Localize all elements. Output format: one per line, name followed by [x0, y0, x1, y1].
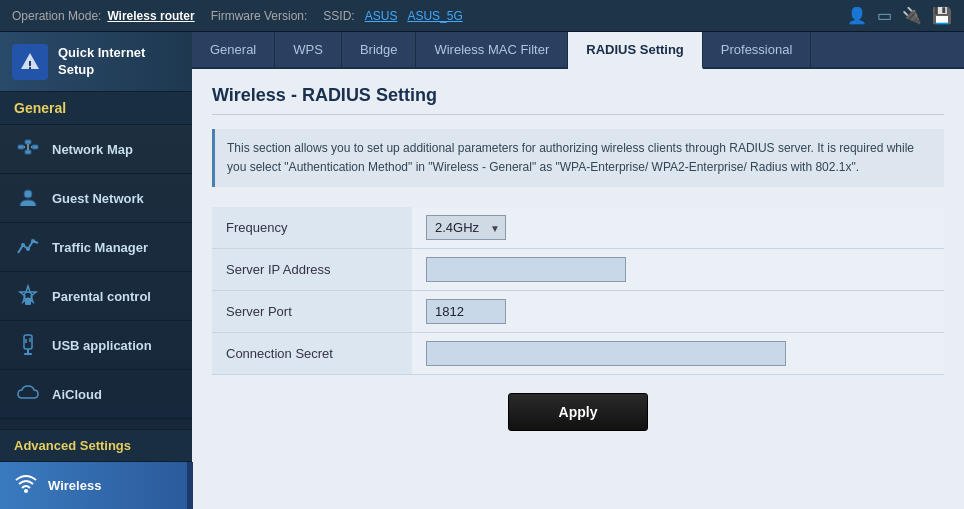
sidebar: Quick Internet Setup General Network Map	[0, 32, 192, 509]
sidebar-item-guest-network[interactable]: Guest Network	[0, 174, 192, 223]
svg-rect-5	[25, 150, 31, 154]
mode-label: Operation Mode:	[12, 9, 101, 23]
top-bar-icons: 👤 ▭ 🔌 💾	[847, 6, 952, 25]
sidebar-item-label: Guest Network	[52, 191, 144, 206]
frequency-label: Frequency	[212, 207, 412, 249]
server-port-label: Server Port	[212, 291, 412, 333]
tab-bar: General WPS Bridge Wireless MAC Filter R…	[192, 32, 964, 69]
svg-point-12	[31, 239, 35, 243]
content-area: Wireless - RADIUS Setting This section a…	[192, 69, 964, 509]
ssid-asus[interactable]: ASUS	[365, 9, 398, 23]
tab-wireless-mac-filter[interactable]: Wireless MAC Filter	[416, 32, 568, 67]
svg-rect-14	[25, 298, 31, 305]
sidebar-item-label: Traffic Manager	[52, 240, 148, 255]
svg-point-10	[21, 243, 25, 247]
sidebar-item-traffic-manager[interactable]: Traffic Manager	[0, 223, 192, 272]
top-bar: Operation Mode: Wireless router Firmware…	[0, 0, 964, 32]
svg-rect-17	[24, 353, 32, 355]
main-content: General WPS Bridge Wireless MAC Filter R…	[192, 32, 964, 509]
frequency-field: 2.4GHz 5GHz ▼	[412, 207, 944, 249]
sidebar-item-usb-application[interactable]: USB application	[0, 321, 192, 370]
parental-control-icon	[14, 282, 42, 310]
quick-internet-setup[interactable]: Quick Internet Setup	[0, 32, 192, 92]
connection-secret-label: Connection Secret	[212, 333, 412, 375]
user-icon[interactable]: 👤	[847, 6, 867, 25]
svg-rect-0	[29, 61, 31, 66]
advanced-settings-title: Advanced Settings	[0, 429, 192, 462]
svg-rect-16	[27, 349, 29, 353]
svg-point-20	[24, 489, 28, 493]
svg-rect-4	[32, 145, 38, 149]
ssid-5g[interactable]: ASUS_5G	[407, 9, 462, 23]
tab-professional[interactable]: Professional	[703, 32, 812, 67]
mode-value: Wireless router	[107, 9, 194, 23]
svg-rect-2	[18, 145, 24, 149]
svg-rect-15	[24, 335, 32, 349]
general-section-title: General	[0, 92, 192, 125]
connection-secret-field	[412, 333, 944, 375]
description-text: This section allows you to set up additi…	[212, 129, 944, 187]
server-ip-input[interactable]	[426, 257, 626, 282]
traffic-manager-icon	[14, 233, 42, 261]
settings-form: Frequency 2.4GHz 5GHz ▼ Server IP Addres…	[212, 207, 944, 375]
frequency-select[interactable]: 2.4GHz 5GHz	[426, 215, 506, 240]
quick-setup-label: Quick Internet Setup	[58, 45, 145, 79]
main-layout: Quick Internet Setup General Network Map	[0, 32, 964, 509]
aicloud-icon	[14, 380, 42, 408]
svg-point-11	[26, 247, 30, 251]
sidebar-item-label: Network Map	[52, 142, 133, 157]
server-port-field	[412, 291, 944, 333]
sidebar-item-label: Parental control	[52, 289, 151, 304]
guest-network-icon	[14, 184, 42, 212]
connection-secret-input[interactable]	[426, 341, 786, 366]
quick-setup-icon	[12, 44, 48, 80]
sidebar-item-network-map[interactable]: Network Map	[0, 125, 192, 174]
server-ip-label: Server IP Address	[212, 249, 412, 291]
frequency-row: Frequency 2.4GHz 5GHz ▼	[212, 207, 944, 249]
sidebar-item-parental-control[interactable]: Parental control	[0, 272, 192, 321]
usb-application-icon	[14, 331, 42, 359]
tab-wps[interactable]: WPS	[275, 32, 342, 67]
server-port-row: Server Port	[212, 291, 944, 333]
tab-radius-setting[interactable]: RADIUS Setting	[568, 32, 703, 69]
frequency-select-wrapper: 2.4GHz 5GHz ▼	[426, 215, 506, 240]
sidebar-item-aicloud[interactable]: AiCloud	[0, 370, 192, 419]
server-port-input[interactable]	[426, 299, 506, 324]
wireless-icon	[14, 472, 38, 499]
tab-general[interactable]: General	[192, 32, 275, 67]
usb-icon[interactable]: 🔌	[902, 6, 922, 25]
connection-secret-row: Connection Secret	[212, 333, 944, 375]
server-ip-row: Server IP Address	[212, 249, 944, 291]
sidebar-item-label: USB application	[52, 338, 152, 353]
save-icon[interactable]: 💾	[932, 6, 952, 25]
svg-point-9	[24, 190, 32, 198]
tab-bridge[interactable]: Bridge	[342, 32, 417, 67]
sidebar-item-label: AiCloud	[52, 387, 102, 402]
server-ip-field	[412, 249, 944, 291]
wireless-label: Wireless	[48, 478, 101, 493]
apply-row: Apply	[212, 393, 944, 431]
svg-rect-3	[25, 140, 31, 144]
network-map-icon	[14, 135, 42, 163]
sidebar-item-wireless[interactable]: Wireless	[0, 462, 192, 509]
ssid-label: SSID:	[323, 9, 354, 23]
copy-icon[interactable]: ▭	[877, 6, 892, 25]
page-title: Wireless - RADIUS Setting	[212, 85, 944, 115]
svg-rect-1	[29, 67, 31, 69]
fw-label: Firmware Version:	[211, 9, 308, 23]
apply-button[interactable]: Apply	[508, 393, 649, 431]
